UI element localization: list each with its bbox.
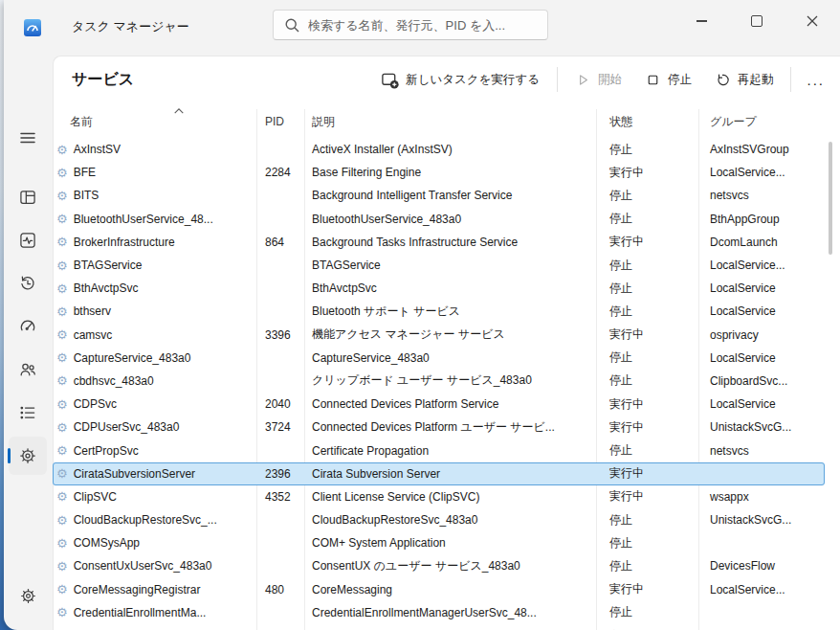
service-name: CredentialEnrollmentMa... [74,606,207,619]
service-gear-icon: ⚙ [56,467,68,480]
service-status: 実行中 [596,326,698,343]
table-row[interactable]: ⚙camsvc 3396 機能アクセス マネージャー サービス 実行中 ospr… [53,324,825,347]
service-name: BrokerInfrastructure [74,236,175,249]
table-row[interactable]: ⚙COMSysApp COM+ System Application 停止 [53,531,825,554]
service-status: 停止 [596,304,698,320]
service-group: BthAppGroup [698,213,825,226]
service-description: CloudBackupRestoreSvc_483a0 [304,513,596,527]
vertical-scrollbar[interactable] [829,142,832,255]
table-row[interactable]: ⚙ClipSVC 4352 Client License Service (Cl… [53,485,825,508]
service-name: ClipSVC [74,490,117,504]
table-row[interactable]: ⚙ConsentUxUserSvc_483a0 ConsentUX のユーザー … [53,554,825,577]
stop-button[interactable]: 停止 [635,65,701,95]
service-description: Bluetooth サポート サービス [304,304,596,320]
run-new-task-button[interactable]: 新しいタスクを実行する [371,64,549,96]
sidebar [4,56,53,630]
service-status: 停止 [596,372,698,389]
sidebar-item-app-history[interactable] [9,264,47,303]
service-group: LocalService [698,397,825,411]
table-header: 名前 PID 説明 状態 グループ [53,107,825,136]
service-pid: 3724 [256,420,304,434]
toolbar-separator [557,67,558,92]
column-header-name[interactable]: 名前 [53,107,256,136]
restart-button[interactable]: 再起動 [705,65,784,95]
minimize-button[interactable] [674,0,729,42]
service-gear-icon: ⚙ [56,351,68,364]
table-row[interactable]: ⚙BITS Background Intelligent Transfer Se… [53,184,825,207]
start-label: 開始 [598,72,622,88]
new-task-icon [381,71,399,89]
service-gear-icon: ⚙ [56,514,68,527]
service-status: 停止 [596,142,698,158]
service-group: netsvcs [698,189,825,202]
service-status: 停止 [596,535,698,551]
service-description: CredentialEnrollmentManagerUserSvc_48... [304,606,596,619]
service-group: LocalService... [698,259,825,272]
service-group: LocalService... [698,166,825,179]
column-header-pid[interactable]: PID [256,107,304,136]
startup-apps-icon [18,317,37,336]
service-pid: 480 [256,583,304,596]
service-group: UnistackSvcG... [698,420,825,434]
service-gear-icon: ⚙ [56,190,68,202]
service-name: CDPUserSvc_483a0 [74,420,180,434]
table-row[interactable]: ⚙CirataSubversionServer 2396 Cirata Subv… [53,462,825,485]
service-name: BluetoothUserService_48... [74,213,213,226]
service-status: 停止 [596,258,698,274]
service-description: CoreMessaging [304,583,596,596]
service-gear-icon: ⚙ [56,282,68,295]
table-row[interactable]: ⚙BFE 2284 Base Filtering Engine 実行中 Loca… [53,161,825,184]
table-row[interactable]: ⚙BthAvctpSvc BthAvctpSvc 停止 LocalService [53,277,825,300]
search-input[interactable] [273,10,548,40]
service-description: Certificate Propagation [304,444,596,458]
more-options-button[interactable]: ... [799,65,832,95]
table-row[interactable]: ⚙BluetoothUserService_48... BluetoothUse… [53,208,825,231]
services-page: サービス 新しいタスクを実行する 開始 [53,56,840,630]
sidebar-item-services[interactable] [9,437,47,475]
table-row[interactable]: ⚙CaptureService_483a0 CaptureService_483… [53,347,825,370]
table-row[interactable]: ⚙CDPSvc 2040 Connected Devices Platform … [53,393,825,416]
maximize-icon [751,15,763,27]
table-row[interactable]: ⚙CoreMessagingRegistrar 480 CoreMessagin… [53,578,825,601]
table-row[interactable]: ⚙bthserv Bluetooth サポート サービス 停止 LocalSer… [53,300,825,323]
table-row[interactable]: ⚙CertPropSvc Certificate Propagation 停止 … [53,439,825,461]
table-row[interactable]: ⚙CryptSvc 2400 Cryptographic Services 実行… [53,624,825,630]
sidebar-item-performance[interactable] [9,221,47,259]
sidebar-item-users[interactable] [9,350,47,389]
sidebar-item-settings[interactable] [9,576,47,615]
service-gear-icon: ⚙ [56,490,68,503]
column-header-group[interactable]: グループ [698,107,825,136]
minimize-icon [696,20,707,21]
table-row[interactable]: ⚙BrokerInfrastructure 864 Background Tas… [53,231,825,254]
service-gear-icon: ⚙ [56,444,68,457]
service-status: 停止 [596,558,698,574]
column-header-status[interactable]: 状態 [596,107,698,136]
service-name: CaptureService_483a0 [74,351,191,365]
service-name: cbdhsvc_483a0 [74,374,154,388]
service-gear-icon: ⚙ [56,398,68,411]
table-row[interactable]: ⚙CloudBackupRestoreSvc_... CloudBackupRe… [53,508,825,531]
maximize-button[interactable] [729,0,785,42]
table-row[interactable]: ⚙CredentialEnrollmentMa... CredentialEnr… [53,601,825,624]
sidebar-item-details[interactable] [9,394,47,432]
column-header-description[interactable]: 説明 [304,107,596,136]
restart-icon [715,72,731,88]
service-name: BthAvctpSvc [74,281,139,295]
service-name: BITS [74,189,99,202]
sidebar-item-startup-apps[interactable] [9,307,47,346]
table-row[interactable]: ⚙BTAGService BTAGService 停止 LocalService… [53,254,825,277]
service-gear-icon: ⚙ [56,305,68,318]
start-button[interactable]: 開始 [565,65,631,95]
search-box [273,10,548,40]
close-button[interactable] [785,0,840,42]
table-row[interactable]: ⚙AxInstSV ActiveX Installer (AxInstSV) 停… [53,138,825,161]
table-row[interactable]: ⚙CDPUserSvc_483a0 3724 Connected Devices… [53,416,825,439]
service-name: camsvc [74,328,113,342]
navigation-menu-button[interactable] [9,119,47,157]
table-row[interactable]: ⚙cbdhsvc_483a0 クリップボード ユーザー サービス_483a0 停… [53,370,825,393]
service-group: DcomLaunch [698,236,825,249]
service-group: LocalService [698,304,825,318]
service-group: AxInstSVGroup [698,143,825,156]
sidebar-item-processes[interactable] [9,178,47,216]
service-name: BTAGService [74,259,143,272]
